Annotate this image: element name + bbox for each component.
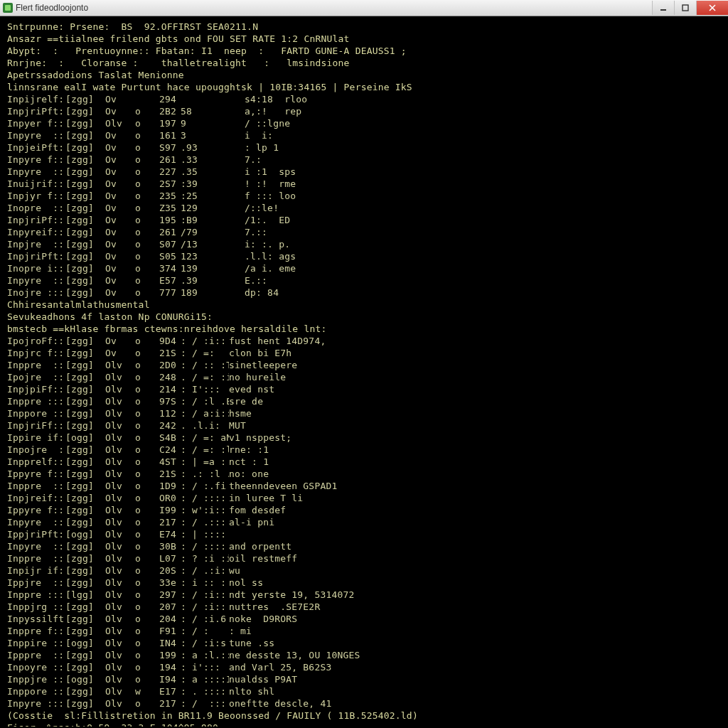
cell-c8: sre de	[229, 395, 721, 407]
table-row: Inpyre :::[zgg]OvoE57.39E.::	[7, 274, 721, 287]
cell-c7: w':i::	[192, 504, 229, 516]
cell-c4: o	[128, 601, 148, 613]
cell-c4: o	[128, 661, 148, 673]
cell-c1: Inpjreif::	[7, 492, 65, 504]
cell-c1: Inppre :::	[7, 589, 65, 601]
cell-c1: Inuijrif::	[7, 178, 65, 190]
cell-c3: Olv	[105, 649, 128, 661]
cell-c3: Olv	[105, 552, 128, 564]
cell-c3: Olv	[105, 516, 128, 528]
cell-c7	[209, 166, 245, 178]
cell-c8: hsme	[229, 407, 721, 419]
cell-c6: 58	[181, 105, 209, 117]
cell-c6: 129	[181, 202, 209, 214]
maximize-button[interactable]	[674, 1, 696, 15]
close-button[interactable]	[696, 1, 728, 15]
table-row: Ipppre ::[zgg]Olvo199:a :l.::ne desste 1…	[7, 649, 721, 661]
cell-c6: 139	[181, 262, 209, 274]
cell-c5: 161	[148, 129, 181, 141]
cell-c5: E74	[148, 528, 181, 540]
cell-c4: o	[128, 214, 148, 226]
cell-c5: 261	[148, 154, 181, 166]
table-row: Inppore ::[zgg]Olvo112:/ a:i::hsme	[7, 407, 721, 419]
cell-c4: o	[128, 649, 148, 661]
cell-c8: 7.::	[245, 226, 721, 238]
cell-c1: Inpyre ::	[7, 516, 65, 528]
cell-c6: :	[181, 577, 192, 589]
cell-c1: InpjpiFf::	[7, 383, 65, 395]
cell-c1: Inpijrelf::	[7, 93, 65, 105]
cell-c5: F91	[148, 625, 181, 637]
cell-c5: 97S	[148, 395, 181, 407]
cell-c7: I':::	[192, 383, 229, 395]
close-icon	[708, 4, 717, 11]
cell-c7	[209, 178, 245, 190]
cell-c3: Olv	[105, 419, 128, 432]
cell-c8	[229, 528, 721, 540]
cell-c3: Olv	[105, 637, 128, 649]
terminal-line: Chhiresantalmlathusmental	[7, 299, 721, 311]
table-row: Inpijrelf::[zgg]Ov294s4:18 rloo	[7, 93, 721, 105]
cell-c4: o	[128, 347, 148, 359]
cell-c6: :	[181, 444, 192, 456]
cell-c1: Inopre ::	[7, 202, 65, 214]
cell-c8: v1 nsppest;	[229, 432, 721, 444]
terminal-output[interactable]: Sntrpunne: Prsene: BS 92.OFFIRST SEA0211…	[1, 16, 727, 727]
table-row: Inpyre ::[zgg]Olvo217:/ .:::al-i pni	[7, 516, 721, 528]
cell-c4: o	[128, 528, 148, 540]
cell-c4: o	[128, 287, 148, 299]
cell-c5: 242	[148, 419, 181, 432]
minimize-button[interactable]	[652, 1, 674, 15]
cell-c6: :	[181, 395, 192, 407]
cell-c3: Olv	[105, 697, 128, 710]
cell-c5: 199	[148, 649, 181, 661]
cell-c7	[209, 105, 245, 117]
table-row: InpjriPft:[zgg]OvoS05123.l.l: ags	[7, 250, 721, 262]
cell-c6: :	[181, 625, 192, 637]
cell-c1: Inpjyr f::	[7, 190, 65, 202]
table-row: Inppre ::[zgg]Olvo1D9:/ :.fitheenndeveen…	[7, 480, 721, 492]
cell-c1: Inpjrc f::	[7, 347, 65, 359]
cell-c5: E17	[148, 685, 181, 697]
table-row: Inpyre ::[zgg]Ovo1613i i:	[7, 129, 721, 141]
cell-c6: :	[181, 335, 192, 347]
cell-c3: Ov	[105, 262, 128, 274]
cell-c3: Olv	[105, 395, 128, 407]
cell-c2: [zgg]	[65, 383, 105, 395]
table-row: Inpjyr f::[zgg]Ovo235:25f ::: loo	[7, 190, 721, 202]
cell-c4: o	[128, 274, 148, 287]
cell-c8: clon bi E7h	[229, 347, 721, 359]
cell-c3: Ov	[105, 287, 128, 299]
cell-c4: o	[128, 154, 148, 166]
cell-c8: eved nst	[229, 383, 721, 395]
cell-c1: Ippire if::	[7, 432, 65, 444]
cell-c8: nualdss P9AT	[229, 673, 721, 685]
cell-c3: Olv	[105, 577, 128, 589]
svg-rect-1	[682, 5, 688, 11]
table-row: Inpyre f::[zgg]Ovo261.337.:	[7, 154, 721, 166]
cell-c4: o	[128, 141, 148, 154]
cell-c3: Olv	[105, 468, 128, 480]
cell-c5: 777	[148, 287, 181, 299]
cell-c6: :	[181, 492, 192, 504]
cell-c5: 21S	[148, 347, 181, 359]
cell-c1: Ippyre f::	[7, 504, 65, 516]
cell-c6: :	[181, 432, 192, 444]
cell-c5: 197	[148, 117, 181, 129]
cell-c2: [zgg]	[65, 129, 105, 141]
cell-c7: / :::	[192, 697, 229, 710]
cell-c4: w	[128, 685, 148, 697]
cell-c1: Inppre f::	[7, 625, 65, 637]
cell-c8: sinetleepere	[229, 359, 721, 371]
cell-c4: o	[128, 697, 148, 710]
cell-c2: [zgg]	[65, 335, 105, 347]
cell-c5: 195	[148, 214, 181, 226]
cell-c4: o	[128, 564, 148, 577]
cell-c3: Ov	[105, 250, 128, 262]
cell-c3: Olv	[105, 504, 128, 516]
cell-c2: [zgg]	[65, 540, 105, 552]
cell-c7: / ::::	[192, 540, 229, 552]
cell-c6: 123	[181, 250, 209, 262]
cell-c3: Olv	[105, 371, 128, 383]
cell-c5: 30B	[148, 540, 181, 552]
